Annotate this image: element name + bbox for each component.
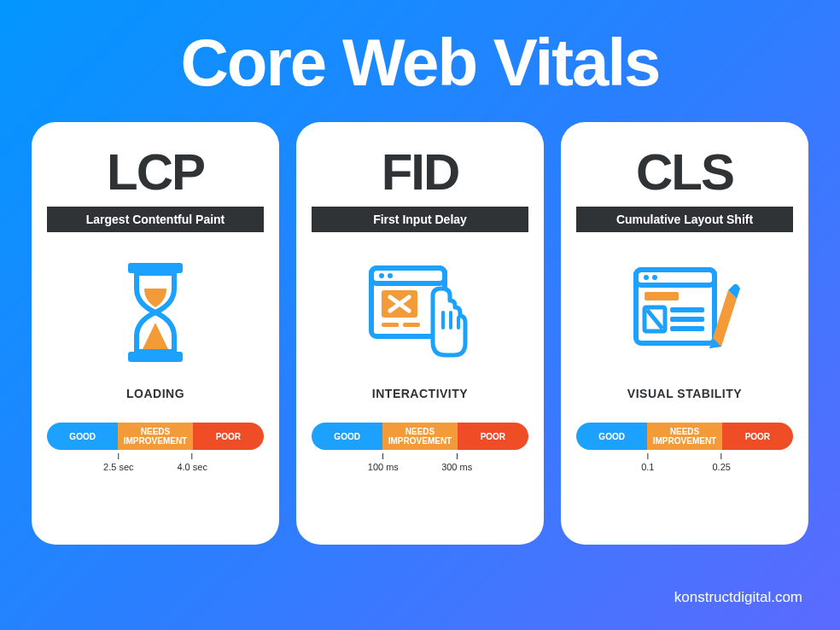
gauge-needs: NEEDS IMPROVEMENT [118,423,192,450]
svg-rect-17 [670,307,704,312]
fid-threshold-2: 300 ms [441,453,472,472]
card-cls: CLS Cumulative Layout Shift VISUAL STABI… [561,122,808,545]
svg-rect-7 [382,323,399,327]
lcp-threshold-1: 2.5 sec [103,453,133,472]
card-lcp: LCP Largest Contentful Paint LOADING GOO… [32,122,279,545]
svg-line-21 [647,310,662,329]
svg-point-5 [388,273,393,278]
svg-rect-19 [670,326,704,331]
fid-fullname: First Input Delay [312,207,528,232]
svg-point-14 [644,275,649,280]
svg-point-4 [379,273,384,278]
gauge-poor: POOR [193,423,264,450]
gauge-poor: POOR [458,423,528,450]
lcp-category: LOADING [126,387,184,400]
lcp-abbr: LCP [107,143,204,201]
hourglass-icon [121,254,190,370]
gauge-good: GOOD [576,423,647,450]
gauge-needs: NEEDS IMPROVEMENT [647,423,721,450]
gauge-good: GOOD [47,423,118,450]
svg-rect-8 [403,323,420,327]
layout-icon [629,254,740,370]
fid-gauge: GOOD NEEDS IMPROVEMENT POOR 100 ms 300 m… [312,423,528,477]
lcp-fullname: Largest Contentful Paint [47,207,264,232]
svg-rect-18 [670,317,704,322]
gauge-needs: NEEDS IMPROVEMENT [382,423,457,450]
cls-threshold-1: 0.1 [641,453,654,472]
gauge-poor: POOR [722,423,793,450]
fid-threshold-1: 100 ms [368,453,399,472]
main-title: Core Web Vitals [0,0,840,122]
fid-category: INTERACTIVITY [372,387,468,400]
cards-row: LCP Largest Contentful Paint LOADING GOO… [0,122,840,545]
cls-fullname: Cumulative Layout Shift [576,207,793,232]
svg-rect-16 [645,292,679,300]
cls-category: VISUAL STABILITY [627,387,742,400]
svg-point-15 [652,275,657,280]
fid-abbr: FID [382,143,459,201]
cls-threshold-2: 0.25 [712,453,730,472]
footer-attribution: konstructdigital.com [674,589,802,606]
lcp-threshold-2: 4.0 sec [177,453,207,472]
card-fid: FID First Input Delay INTERACTIVITY GOOD [296,122,544,545]
interaction-icon [365,254,475,370]
cls-gauge: GOOD NEEDS IMPROVEMENT POOR 0.1 0.25 [576,423,793,477]
cls-abbr: CLS [636,143,733,201]
lcp-gauge: GOOD NEEDS IMPROVEMENT POOR 2.5 sec 4.0 … [47,423,264,477]
gauge-good: GOOD [312,423,382,450]
